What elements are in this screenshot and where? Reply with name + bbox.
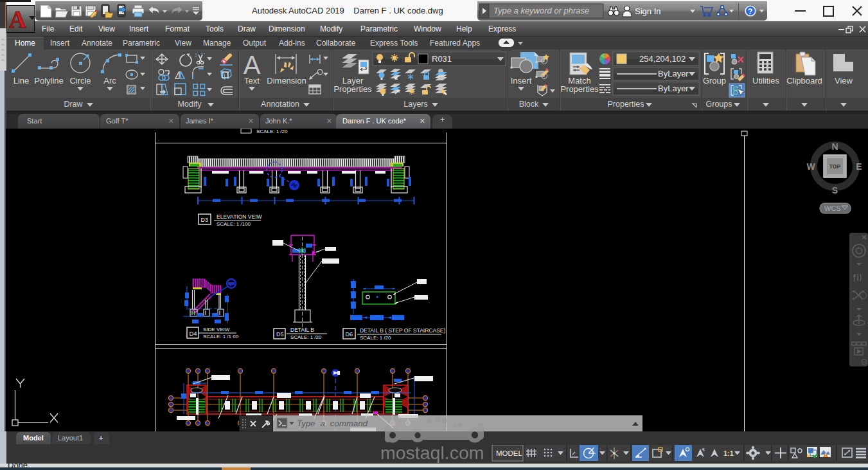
svg-text:Block: Block bbox=[519, 100, 539, 109]
svg-text:SCALE: 1 /20: SCALE: 1 /20 bbox=[290, 334, 322, 340]
svg-text:Arc: Arc bbox=[103, 76, 116, 86]
svg-text:Clipboard: Clipboard bbox=[786, 76, 822, 86]
svg-text:ByLayer: ByLayer bbox=[658, 69, 689, 78]
svg-text:Sign In: Sign In bbox=[635, 6, 660, 16]
svg-text:Text: Text bbox=[244, 76, 260, 86]
svg-text:1:1: 1:1 bbox=[723, 449, 734, 457]
svg-text:N: N bbox=[831, 141, 838, 152]
svg-text:R031: R031 bbox=[432, 54, 452, 64]
svg-text:Dimension: Dimension bbox=[267, 76, 306, 86]
svg-text:SCALE: 1 /1 00: SCALE: 1 /1 00 bbox=[203, 334, 239, 339]
svg-text:DETAIL B ( STEP OF STAIRCASE): DETAIL B ( STEP OF STAIRCASE) bbox=[360, 327, 446, 334]
svg-text:SCALE: 1 /100: SCALE: 1 /100 bbox=[217, 221, 251, 227]
svg-text:SIDE VEIW: SIDE VEIW bbox=[203, 327, 230, 332]
svg-text:SCALE: 1 /20: SCALE: 1 /20 bbox=[256, 129, 288, 134]
svg-text:D4: D4 bbox=[190, 330, 197, 337]
svg-text:WCS: WCS bbox=[824, 204, 841, 212]
svg-text:D3: D3 bbox=[201, 217, 209, 223]
svg-text:Modify: Modify bbox=[178, 100, 202, 109]
svg-text:Line: Line bbox=[13, 76, 30, 86]
svg-text:Polyline: Polyline bbox=[34, 76, 64, 86]
svg-text:254,204,102: 254,204,102 bbox=[639, 54, 686, 64]
svg-text:A: A bbox=[244, 51, 261, 79]
svg-text:E: E bbox=[856, 161, 862, 172]
svg-text:Utilities: Utilities bbox=[752, 76, 779, 86]
svg-text:W: W bbox=[806, 161, 815, 172]
svg-text:Group: Group bbox=[703, 76, 726, 86]
svg-text:S: S bbox=[832, 185, 838, 195]
svg-text:DETAIL B: DETAIL B bbox=[290, 327, 314, 333]
svg-text:SCALE: 1 /20: SCALE: 1 /20 bbox=[360, 335, 391, 341]
svg-text:View: View bbox=[835, 76, 853, 86]
svg-text:D5: D5 bbox=[276, 331, 284, 338]
svg-text:Annotation: Annotation bbox=[261, 100, 299, 109]
svg-text:?: ? bbox=[748, 7, 752, 16]
svg-text:A: A bbox=[9, 6, 26, 32]
svg-text:Groups: Groups bbox=[706, 100, 732, 109]
svg-text:ELEVATION VEIW: ELEVATION VEIW bbox=[217, 213, 262, 220]
svg-text:Properties: Properties bbox=[608, 100, 644, 109]
svg-text:Circle: Circle bbox=[69, 76, 91, 86]
svg-text:Draw: Draw bbox=[64, 100, 83, 109]
svg-text:ByLayer: ByLayer bbox=[658, 84, 689, 93]
svg-text:TOP: TOP bbox=[829, 163, 841, 170]
svg-text:D6: D6 bbox=[346, 331, 353, 338]
svg-text:Insert: Insert bbox=[511, 76, 532, 86]
svg-text:Properties: Properties bbox=[333, 84, 372, 94]
svg-text:Type a command: Type a command bbox=[297, 419, 368, 428]
svg-text:Type a keyword or phrase: Type a keyword or phrase bbox=[493, 6, 589, 15]
svg-text:Properties: Properties bbox=[560, 84, 599, 94]
svg-text:Layers: Layers bbox=[403, 100, 428, 109]
